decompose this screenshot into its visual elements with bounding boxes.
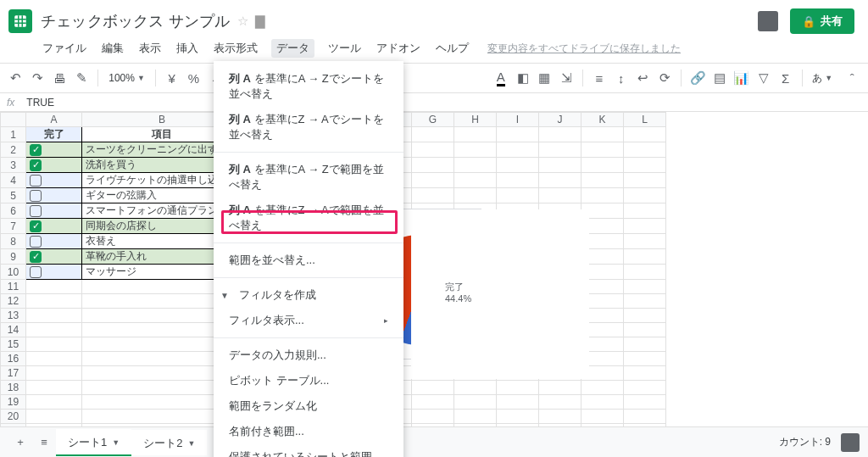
star-icon[interactable]: ☆ [237, 14, 248, 29]
row-header[interactable]: 19 [1, 395, 26, 410]
cell[interactable] [624, 410, 666, 424]
cell[interactable] [624, 395, 666, 410]
cell[interactable] [624, 366, 666, 381]
menu-insert[interactable]: 挿入 [175, 39, 200, 58]
cell[interactable] [26, 280, 82, 294]
cell[interactable] [454, 381, 497, 395]
row-header[interactable]: 11 [1, 280, 26, 294]
format-percent-icon[interactable]: % [185, 67, 203, 89]
fill-color-icon[interactable]: ◧ [514, 67, 532, 89]
cell[interactable] [497, 410, 539, 424]
cell[interactable] [539, 395, 581, 410]
row-header[interactable]: 13 [1, 309, 26, 323]
text-rotation-icon[interactable]: ⟳ [656, 67, 675, 89]
cell[interactable] [26, 352, 82, 366]
checkbox-cell[interactable] [26, 173, 82, 188]
menu-sort-range-za[interactable]: 列 A を基準にZ → Aで範囲を並べ替え [214, 198, 403, 238]
row-header[interactable]: 14 [1, 323, 26, 337]
menu-randomize-range[interactable]: 範囲をランダム化 [214, 393, 403, 419]
folder-icon[interactable]: ▇ [255, 14, 265, 29]
menu-format[interactable]: 表示形式 [212, 39, 259, 58]
checkbox-cell[interactable] [26, 188, 82, 203]
menu-edit[interactable]: 編集 [100, 39, 125, 58]
print-icon[interactable]: 🖶 [51, 67, 70, 89]
selection-count[interactable]: カウント: 9 [779, 435, 831, 449]
menu-sort-sheet-za[interactable]: 列 A を基準にZ → Aでシートを並べ替え [214, 107, 403, 148]
cell[interactable] [624, 352, 666, 366]
row-header[interactable]: 3 [1, 158, 26, 173]
menu-sort-range-az[interactable]: 列 A を基準にA → Zで範囲を並べ替え [214, 157, 403, 198]
filter-icon[interactable]: ▽ [754, 67, 773, 89]
functions-icon[interactable]: Σ [776, 67, 795, 89]
save-status[interactable]: 変更内容をすべてドライブに保存しました [487, 42, 681, 56]
row-header[interactable]: 17 [1, 366, 26, 381]
cell[interactable] [497, 381, 539, 395]
align-vertical-icon[interactable]: ↕ [612, 67, 631, 89]
row-header[interactable]: 18 [1, 381, 26, 395]
cell[interactable] [624, 381, 666, 395]
format-currency-icon[interactable]: ¥ [163, 67, 181, 89]
cell[interactable] [26, 410, 82, 424]
cell[interactable] [454, 410, 497, 424]
col-header-A[interactable]: A [26, 113, 82, 127]
cell[interactable] [26, 366, 82, 381]
col-header-J[interactable]: J [539, 113, 581, 127]
checkbox-cell[interactable]: ✓ [26, 158, 82, 173]
add-sheet-icon[interactable]: + [8, 431, 32, 454]
checkbox-cell[interactable]: ✓ [26, 249, 82, 265]
borders-icon[interactable]: ▦ [536, 67, 554, 89]
cell[interactable] [624, 309, 666, 323]
input-method[interactable]: あ▼ [809, 71, 836, 86]
col-header-G[interactable]: G [412, 113, 454, 127]
cell[interactable] [26, 381, 82, 395]
menu-create-filter[interactable]: フィルタを作成 [214, 282, 403, 308]
row-header[interactable]: 9 [1, 249, 26, 265]
menu-sort-range[interactable]: 範囲を並べ替え... [214, 248, 403, 273]
row-header[interactable]: 4 [1, 173, 26, 188]
document-title[interactable]: チェックボックス サンプル [41, 11, 231, 31]
row-header[interactable]: 15 [1, 337, 26, 352]
menu-addons[interactable]: アドオン [375, 39, 422, 58]
menu-filter-views[interactable]: フィルタ表示...▸ [214, 308, 403, 333]
checkbox-cell[interactable] [26, 234, 82, 249]
menu-tools[interactable]: ツール [326, 39, 363, 58]
align-horizontal-icon[interactable]: ≡ [590, 67, 609, 89]
checkbox-cell[interactable]: ✓ [26, 219, 82, 234]
zoom-select[interactable]: 100%▼ [105, 72, 148, 84]
cell[interactable] [497, 395, 539, 410]
explore-icon[interactable] [841, 433, 860, 452]
cell[interactable] [581, 410, 624, 424]
cell[interactable] [412, 395, 454, 410]
sheets-logo[interactable] [8, 9, 32, 33]
cell[interactable] [581, 381, 624, 395]
menu-pivot-table[interactable]: ピボット テーブル... [214, 368, 403, 393]
cell[interactable] [624, 294, 666, 309]
select-all-corner[interactable] [1, 113, 26, 127]
paint-format-icon[interactable]: ✎ [73, 67, 92, 89]
cell[interactable] [412, 381, 454, 395]
row-header[interactable]: 1 [1, 127, 26, 142]
col-header-H[interactable]: H [454, 113, 497, 127]
menu-named-ranges[interactable]: 名前付き範囲... [214, 419, 403, 444]
cell[interactable] [454, 395, 497, 410]
text-wrap-icon[interactable]: ↩ [634, 67, 653, 89]
row-header[interactable]: 16 [1, 352, 26, 366]
comments-icon[interactable] [758, 11, 778, 31]
insert-link-icon[interactable]: 🔗 [688, 67, 707, 89]
col-header-I[interactable]: I [497, 113, 539, 127]
row-header[interactable]: 12 [1, 294, 26, 309]
insert-chart-icon[interactable]: 📊 [732, 67, 751, 89]
formula-value[interactable]: TRUE [26, 97, 54, 109]
menu-data[interactable]: データ [271, 39, 314, 58]
menu-data-validation[interactable]: データの入力規則... [214, 343, 403, 368]
cell[interactable] [624, 337, 666, 352]
sheet-tab-2[interactable]: シート2▼ [131, 430, 207, 455]
text-color-icon[interactable]: A [492, 67, 510, 89]
menu-view[interactable]: 表示 [137, 39, 163, 58]
row-header[interactable]: 6 [1, 203, 26, 219]
cell[interactable] [26, 337, 82, 352]
cell[interactable] [26, 395, 82, 410]
row-header[interactable]: 8 [1, 234, 26, 249]
all-sheets-icon[interactable]: ≡ [32, 431, 56, 454]
row-header[interactable]: 7 [1, 219, 26, 234]
